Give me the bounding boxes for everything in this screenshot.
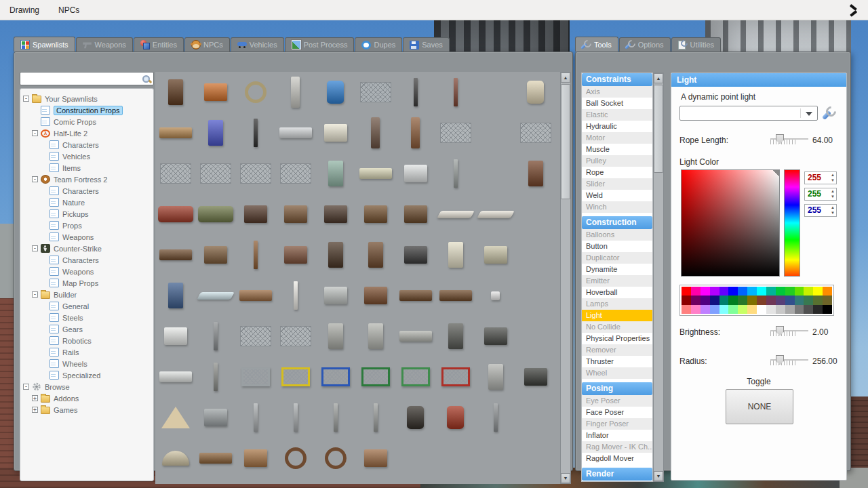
palette-swatch[interactable] [795,287,804,296]
prop-green-sofa[interactable] [198,206,233,222]
prop-side-table[interactable] [204,246,227,264]
tree-expander[interactable]: - [32,130,38,136]
tree-item-characters[interactable]: Characters [23,254,152,266]
prop-wood-chair[interactable] [528,161,543,186]
prop-monument[interactable] [448,323,463,349]
tree-item-characters[interactable]: Characters [23,139,152,150]
tool-item-hydraulic[interactable]: Hydraulic [582,121,652,132]
prop-shelf[interactable] [324,124,347,142]
tree-expander[interactable]: + [32,395,38,401]
palette-swatch[interactable] [804,296,813,304]
prop-cage-blue[interactable] [321,367,350,386]
prop-red-drum[interactable] [447,406,464,429]
prop-table[interactable] [399,290,432,301]
palette-swatch[interactable] [747,287,757,296]
prop-cage-green[interactable] [361,367,390,386]
prop-table[interactable] [439,290,472,301]
tab-weapons[interactable]: Weapons [76,37,133,52]
prop-bar-stool[interactable] [168,79,183,105]
tool-item-inflator[interactable]: Inflator [582,430,652,441]
tool-item-ragdoll-mover[interactable]: Ragdoll Mover [582,453,652,464]
palette-swatch[interactable] [719,287,729,296]
scroll-up-arrow[interactable]: ▲ [561,73,570,83]
tool-item-motor[interactable]: Motor [582,132,652,144]
radius-slider[interactable] [770,354,808,367]
tool-item-pulley[interactable]: Pulley [582,155,652,167]
scroll-down-arrow[interactable]: ▼ [561,473,570,483]
prop-washer[interactable] [164,327,187,345]
tree-item-comic-props[interactable]: Comic Props [23,116,152,127]
tree-expander[interactable]: - [32,176,38,182]
tree-item-robotics[interactable]: Robotics [23,335,152,346]
tool-item-physical-properties[interactable]: Physical Properties [582,333,652,344]
right-chevron-icon[interactable] [848,5,859,16]
palette-swatch[interactable] [710,296,719,304]
prop-pole[interactable] [494,403,498,432]
prop-blue-barrel[interactable] [327,81,344,104]
palette-swatch[interactable] [785,287,795,296]
tree-item-specialized[interactable]: Specialized [23,369,152,381]
prop-gas-tank[interactable] [414,78,418,106]
prop-ladder[interactable] [254,403,258,432]
palette-swatch[interactable] [691,287,701,296]
scroll-up-arrow[interactable]: ▲ [654,73,663,83]
palette-swatch[interactable] [757,305,766,314]
prop-wire-fence[interactable] [520,123,551,143]
tool-item-weld[interactable]: Weld [582,190,652,201]
palette-swatch[interactable] [776,305,785,314]
palette-swatch[interactable] [813,296,823,304]
scroll-thumb[interactable] [654,85,663,173]
tree-item-items[interactable]: Items [23,162,152,174]
tree-item-steels[interactable]: Steels [23,312,152,323]
tool-item-button[interactable]: Button [582,241,652,252]
prop-gravestone[interactable] [368,323,383,349]
palette-swatch[interactable] [682,296,691,304]
palette-swatch[interactable] [757,296,766,304]
palette-swatch[interactable] [719,305,729,314]
palette-swatch[interactable] [804,287,813,296]
tool-item-emitter[interactable]: Emitter [582,275,652,287]
scroll-down-arrow[interactable]: ▼ [654,471,663,481]
palette-swatch[interactable] [795,296,804,304]
toggle-key-button[interactable]: NONE [726,389,793,424]
prop-gravestone[interactable] [328,323,343,349]
tool-list-scrollbar[interactable]: ▲ ▼ [653,73,664,482]
palette-swatch[interactable] [785,296,795,304]
palette-swatch[interactable] [785,305,795,314]
tree-item-pickups[interactable]: Pickups [23,208,152,220]
tool-item-light[interactable]: Light [582,310,652,321]
prop-wire-fence[interactable] [160,163,191,184]
prop-dresser[interactable] [284,205,307,223]
tree-item-games[interactable]: +Games [23,404,152,415]
tree-expander[interactable]: + [32,407,38,413]
tool-item-remover[interactable]: Remover [582,344,652,356]
prop-wood-rack[interactable] [239,290,272,301]
prop-fridge[interactable] [448,242,463,268]
prop-barrier[interactable] [279,127,312,138]
scroll-thumb[interactable] [561,84,570,199]
tab-spawnlists[interactable]: Spawnlists [14,37,75,52]
prop-cage-gray[interactable] [241,367,270,386]
prop-wire-gate[interactable] [240,326,271,346]
tool-item-face-poser[interactable]: Face Poser [582,407,652,418]
prop-round-table[interactable] [364,287,387,304]
prop-cross-pole[interactable] [214,363,218,391]
palette-swatch[interactable] [795,305,804,314]
palette-swatch[interactable] [766,296,776,304]
tab-dupes[interactable]: Dupes [355,37,402,52]
spin-arrows[interactable]: ▲▼ [831,188,835,199]
tab-utilities[interactable]: Utilities [671,37,721,52]
tree-item-props[interactable]: Props [23,220,152,231]
tab-post-process[interactable]: Post Process [285,37,355,52]
brightness-slider[interactable] [770,325,808,338]
menu-item-npcs[interactable]: NPCs [49,0,89,20]
prop-grave-slab[interactable] [399,331,432,342]
tool-item-wheel[interactable]: Wheel [582,367,652,379]
prop-ladder[interactable] [294,403,298,432]
preset-wrench-icon[interactable] [823,106,837,120]
blue-spinbox[interactable]: 255▲▼ [804,204,837,217]
prop-red-sofa[interactable] [158,206,193,222]
search-input[interactable] [20,72,154,85]
palette-swatch[interactable] [691,296,701,304]
prop-wheel[interactable] [245,81,267,103]
